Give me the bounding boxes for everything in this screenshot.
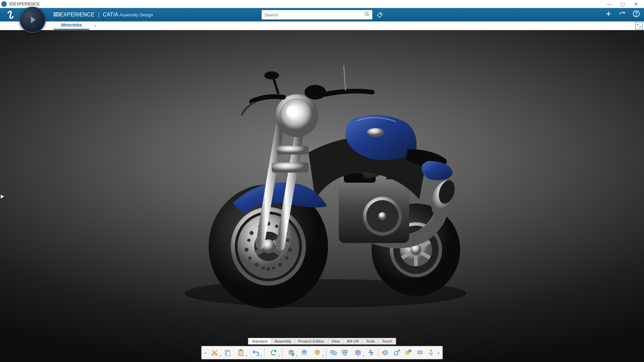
fast-multi-button[interactable] [380, 347, 391, 358]
svg-point-37 [288, 248, 292, 252]
compass-icon[interactable] [19, 7, 46, 33]
search-input[interactable] [264, 12, 364, 17]
svg-rect-57 [272, 163, 309, 173]
collapse-icon[interactable] [635, 22, 643, 29]
app-name: CATIA [103, 12, 118, 17]
tab-add-button[interactable]: + [89, 22, 101, 30]
svg-point-6 [636, 15, 636, 16]
paste-button[interactable]: ▾ [234, 347, 248, 358]
snap-button[interactable] [391, 347, 402, 358]
svg-line-1 [368, 15, 369, 16]
svg-point-2 [381, 13, 382, 14]
document-tabs: Motorbike + [0, 21, 644, 30]
sub-product-button[interactable]: ▾ [284, 347, 298, 358]
svg-rect-73 [239, 350, 242, 351]
svg-point-47 [285, 256, 288, 260]
cut-button[interactable]: ▾ [208, 347, 222, 358]
svg-point-28 [378, 212, 386, 220]
engineering-connection-button[interactable] [328, 347, 339, 358]
svg-point-64 [264, 71, 279, 79]
svg-point-48 [262, 266, 265, 270]
smart-move-button[interactable] [426, 347, 436, 358]
manipulation-button[interactable] [366, 347, 376, 358]
maximize-button[interactable]: ▢ [616, 0, 629, 8]
brand-prefix: 3D [53, 12, 60, 17]
explode-button[interactable] [414, 347, 425, 358]
svg-line-65 [344, 65, 345, 90]
tag-icon[interactable] [375, 11, 383, 18]
tab-motorbike[interactable]: Motorbike [54, 21, 89, 30]
tab-view[interactable]: View [328, 338, 343, 344]
brand-label: 3DEXPERIENCE | CATIA Assembly Design [53, 12, 153, 18]
tab-standard[interactable]: Standard [249, 338, 271, 344]
product-button[interactable] [299, 347, 310, 358]
svg-point-44 [247, 239, 251, 242]
toolbar-expand-left[interactable]: ◂ [204, 351, 207, 355]
svg-line-63 [273, 78, 278, 94]
undo-button[interactable]: ▾ [249, 347, 263, 358]
svg-point-46 [248, 256, 252, 260]
search-box[interactable] [262, 10, 372, 19]
tab-ar-vr[interactable]: AR-VR [343, 338, 363, 344]
action-bar-tabs: Standard Assembly Product Edition View A… [248, 338, 396, 345]
ds-logo-icon: ᔐ [6, 9, 19, 21]
svg-point-74 [292, 353, 294, 356]
close-button[interactable]: ✕ [629, 0, 643, 8]
flexible-rigid-button[interactable]: ▾ [351, 347, 365, 358]
module-name: Assembly Design [119, 12, 153, 17]
app-icon [1, 1, 7, 7]
svg-rect-58 [277, 146, 309, 155]
svg-point-62 [305, 85, 326, 100]
viewport-3d[interactable]: ▶ [0, 30, 644, 362]
all-constraints-button[interactable] [339, 347, 350, 358]
update-button[interactable]: ▾ [266, 347, 280, 358]
action-toolbar: ◂ ▾ ▾ ▾ ▾ ▾ ▾ ▾ ▸ [201, 346, 443, 359]
svg-point-45 [286, 239, 289, 242]
minimize-button[interactable]: — [602, 0, 616, 8]
tab-product-edition[interactable]: Product Edition [295, 338, 328, 344]
copy-button[interactable] [222, 347, 233, 358]
window-titlebar: 3DEXPERIENCE — ▢ ✕ [0, 0, 644, 8]
svg-point-39 [278, 263, 282, 267]
brand-main: EXPERIENCE [60, 12, 94, 17]
svg-point-29 [367, 128, 384, 137]
svg-point-41 [266, 267, 270, 271]
svg-point-49 [272, 266, 275, 270]
svg-point-34 [250, 231, 254, 235]
svg-point-0 [365, 12, 368, 15]
tab-assembly[interactable]: Assembly [271, 338, 295, 344]
tab-touch[interactable]: Touch [379, 338, 396, 344]
svg-point-36 [245, 248, 249, 252]
svg-point-61 [286, 106, 299, 118]
svg-point-78 [394, 351, 398, 355]
motorbike-model[interactable] [158, 59, 486, 320]
svg-point-43 [275, 225, 278, 228]
tree-expand-handle[interactable]: ▶ [0, 192, 5, 200]
window-title: 3DEXPERIENCE [9, 2, 40, 6]
fit-all-button[interactable] [403, 347, 414, 358]
help-button[interactable] [633, 10, 640, 19]
tab-tools[interactable]: Tools [363, 338, 379, 344]
search-icon[interactable] [364, 11, 370, 18]
svg-rect-71 [226, 351, 230, 356]
add-button[interactable] [605, 10, 612, 19]
share-button[interactable] [619, 10, 626, 19]
top-bar: ᔐ 3DEXPERIENCE | CATIA Assembly Design [0, 8, 644, 21]
toolbar-expand-right[interactable]: ▸ [437, 351, 440, 355]
component-button[interactable]: ▾ [310, 347, 324, 358]
svg-point-80 [409, 350, 411, 352]
svg-point-38 [255, 263, 259, 267]
